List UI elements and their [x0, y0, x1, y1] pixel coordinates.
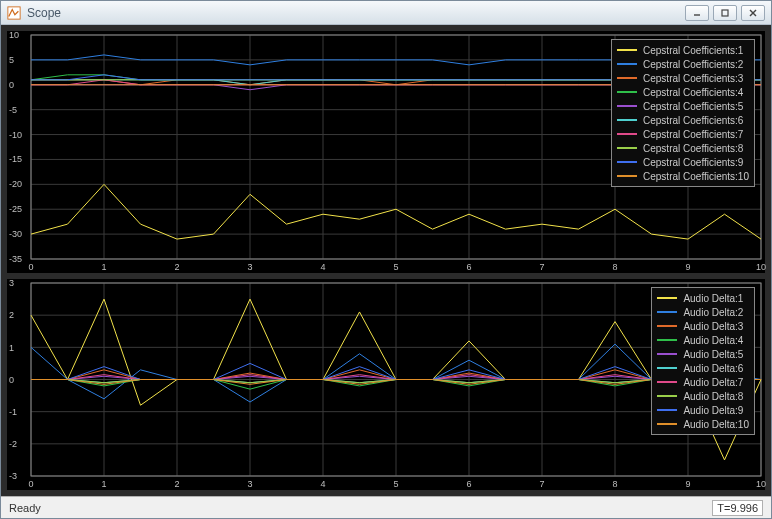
legend-label: Audio Delta:7: [683, 377, 743, 388]
svg-rect-2: [722, 10, 728, 16]
legend-entry[interactable]: Cepstral Coefficients:6: [617, 113, 749, 127]
legend-label: Cepstral Coefficients:1: [643, 45, 743, 56]
titlebar[interactable]: Scope: [1, 1, 771, 25]
minimize-button[interactable]: [685, 5, 709, 21]
legend-swatch: [617, 105, 637, 107]
legend-swatch: [617, 175, 637, 177]
scope-axes-bottom[interactable]: -3-2-10123012345678910Audio Delta:1Audio…: [7, 279, 765, 490]
legend-entry[interactable]: Audio Delta:7: [657, 375, 749, 389]
legend-swatch: [657, 367, 677, 369]
legend[interactable]: Cepstral Coefficients:1Cepstral Coeffici…: [611, 39, 755, 187]
legend-entry[interactable]: Cepstral Coefficients:10: [617, 169, 749, 183]
legend-swatch: [657, 423, 677, 425]
legend-swatch: [617, 77, 637, 79]
legend-swatch: [657, 409, 677, 411]
legend-entry[interactable]: Audio Delta:5: [657, 347, 749, 361]
legend-label: Cepstral Coefficients:3: [643, 73, 743, 84]
legend-entry[interactable]: Cepstral Coefficients:4: [617, 85, 749, 99]
legend-entry[interactable]: Audio Delta:4: [657, 333, 749, 347]
status-text: Ready: [9, 502, 41, 514]
legend-swatch: [657, 339, 677, 341]
legend-label: Cepstral Coefficients:4: [643, 87, 743, 98]
status-bar: Ready T=9.996: [1, 496, 771, 518]
legend-swatch: [657, 381, 677, 383]
plot-area: -35-30-25-20-15-10-50510012345678910Ceps…: [1, 25, 771, 496]
legend-label: Cepstral Coefficients:2: [643, 59, 743, 70]
legend-entry[interactable]: Cepstral Coefficients:7: [617, 127, 749, 141]
legend-swatch: [657, 297, 677, 299]
legend-label: Audio Delta:9: [683, 405, 743, 416]
scope-axes-top[interactable]: -35-30-25-20-15-10-50510012345678910Ceps…: [7, 31, 765, 273]
legend[interactable]: Audio Delta:1Audio Delta:2Audio Delta:3A…: [651, 287, 755, 435]
legend-label: Cepstral Coefficients:9: [643, 157, 743, 168]
legend-label: Cepstral Coefficients:6: [643, 115, 743, 126]
legend-entry[interactable]: Audio Delta:10: [657, 417, 749, 431]
app-icon: [7, 6, 21, 20]
window-title: Scope: [27, 6, 685, 20]
legend-swatch: [617, 91, 637, 93]
legend-swatch: [617, 63, 637, 65]
legend-swatch: [657, 395, 677, 397]
legend-label: Audio Delta:8: [683, 391, 743, 402]
scope-window: Scope -35-30-25-20-15-10-505100123456789…: [0, 0, 772, 519]
legend-entry[interactable]: Audio Delta:6: [657, 361, 749, 375]
legend-swatch: [617, 49, 637, 51]
legend-label: Audio Delta:6: [683, 363, 743, 374]
legend-swatch: [617, 161, 637, 163]
legend-label: Audio Delta:10: [683, 419, 749, 430]
legend-label: Cepstral Coefficients:5: [643, 101, 743, 112]
legend-entry[interactable]: Cepstral Coefficients:1: [617, 43, 749, 57]
legend-entry[interactable]: Audio Delta:8: [657, 389, 749, 403]
legend-entry[interactable]: Audio Delta:1: [657, 291, 749, 305]
legend-swatch: [617, 119, 637, 121]
legend-swatch: [657, 311, 677, 313]
time-readout: T=9.996: [712, 500, 763, 516]
legend-swatch: [657, 325, 677, 327]
close-button[interactable]: [741, 5, 765, 21]
legend-entry[interactable]: Audio Delta:2: [657, 305, 749, 319]
legend-label: Cepstral Coefficients:10: [643, 171, 749, 182]
legend-label: Audio Delta:5: [683, 349, 743, 360]
legend-swatch: [657, 353, 677, 355]
legend-label: Audio Delta:3: [683, 321, 743, 332]
legend-label: Audio Delta:4: [683, 335, 743, 346]
legend-swatch: [617, 133, 637, 135]
legend-entry[interactable]: Audio Delta:9: [657, 403, 749, 417]
legend-entry[interactable]: Cepstral Coefficients:9: [617, 155, 749, 169]
legend-entry[interactable]: Cepstral Coefficients:8: [617, 141, 749, 155]
legend-entry[interactable]: Audio Delta:3: [657, 319, 749, 333]
maximize-button[interactable]: [713, 5, 737, 21]
legend-entry[interactable]: Cepstral Coefficients:5: [617, 99, 749, 113]
legend-entry[interactable]: Cepstral Coefficients:2: [617, 57, 749, 71]
legend-entry[interactable]: Cepstral Coefficients:3: [617, 71, 749, 85]
legend-label: Audio Delta:2: [683, 307, 743, 318]
legend-label: Cepstral Coefficients:7: [643, 129, 743, 140]
legend-label: Audio Delta:1: [683, 293, 743, 304]
legend-swatch: [617, 147, 637, 149]
legend-label: Cepstral Coefficients:8: [643, 143, 743, 154]
